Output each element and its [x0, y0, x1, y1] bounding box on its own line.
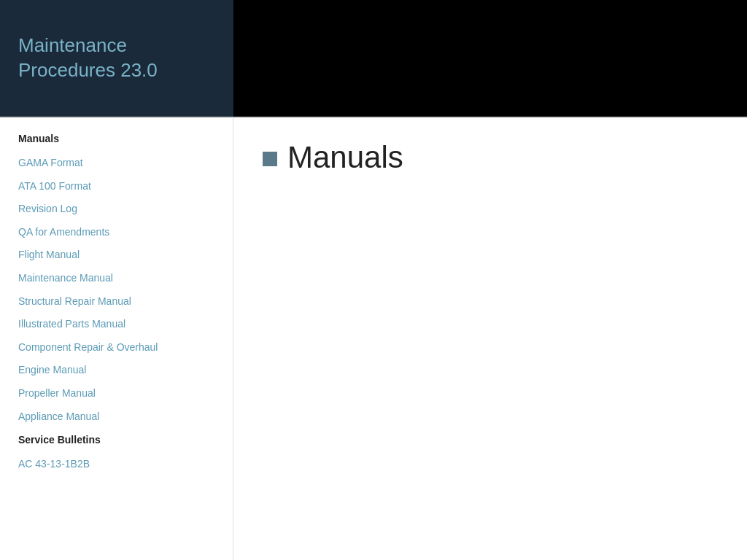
- sidebar-item-ac-43-13-1b2b[interactable]: AC 43-13-1B2B: [18, 453, 214, 476]
- sidebar-item-propeller-manual[interactable]: Propeller Manual: [18, 382, 214, 405]
- manuals-icon: [263, 152, 277, 166]
- header: Maintenance Procedures 23.0: [0, 0, 747, 117]
- sidebar-section-service-bulletins-label: Service Bulletins: [18, 434, 214, 446]
- sidebar-item-revision-log[interactable]: Revision Log: [18, 198, 214, 221]
- header-right: [233, 0, 747, 117]
- sidebar-section-manuals-label: Manuals: [18, 133, 214, 144]
- sidebar-item-component-repair-overhaul[interactable]: Component Repair & Overhaul: [18, 336, 214, 359]
- sidebar-item-flight-manual[interactable]: Flight Manual: [18, 244, 214, 267]
- sidebar-item-engine-manual[interactable]: Engine Manual: [18, 359, 214, 382]
- sidebar-item-illustrated-parts-manual[interactable]: Illustrated Parts Manual: [18, 313, 214, 336]
- sidebar-item-ata-100-format[interactable]: ATA 100 Format: [18, 175, 214, 198]
- sidebar: Manuals GAMA Format ATA 100 Format Revis…: [0, 118, 233, 560]
- sidebar-item-gama-format[interactable]: GAMA Format: [18, 152, 214, 175]
- header-left: Maintenance Procedures 23.0: [0, 0, 233, 117]
- page-title: Manuals: [287, 140, 403, 175]
- content-area: Manuals: [233, 118, 747, 560]
- main-content: Manuals GAMA Format ATA 100 Format Revis…: [0, 118, 747, 560]
- app-title: Maintenance Procedures 23.0: [18, 34, 158, 83]
- sidebar-item-structural-repair-manual[interactable]: Structural Repair Manual: [18, 290, 214, 314]
- sidebar-item-appliance-manual[interactable]: Appliance Manual: [18, 405, 214, 429]
- content-heading: Manuals: [263, 140, 718, 175]
- sidebar-item-qa-for-amendments[interactable]: QA for Amendments: [18, 221, 214, 244]
- sidebar-item-maintenance-manual[interactable]: Maintenance Manual: [18, 267, 214, 290]
